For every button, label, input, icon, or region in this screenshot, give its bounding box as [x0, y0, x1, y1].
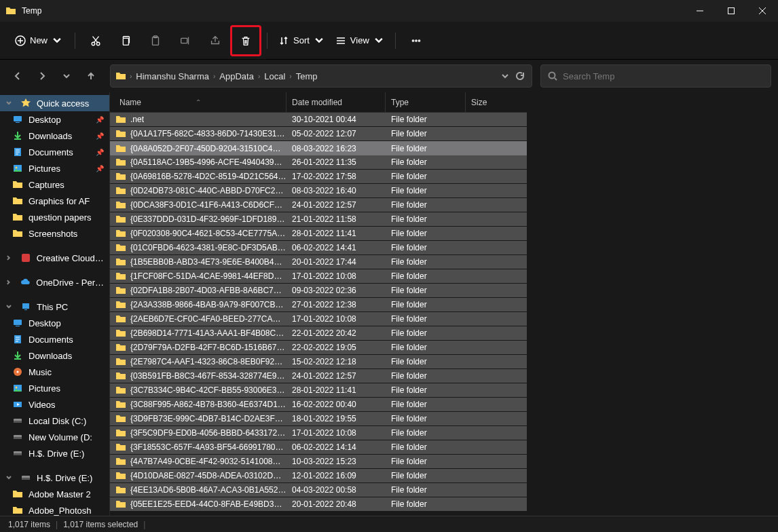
back-button[interactable] — [7, 65, 29, 87]
svg-rect-4 — [123, 38, 128, 45]
file-name: {01C0FBD6-4623-4381-9E8C-DF3D5ABF8... — [130, 243, 286, 252]
delete-button[interactable] — [234, 28, 258, 53]
file-name: {0DCA38F3-0D1C-41F6-A413-C6D6CFB4... — [130, 200, 286, 210]
sidebar-pc-3[interactable]: Music — [0, 364, 109, 380]
sidebar-pc-2[interactable]: Downloads — [0, 347, 109, 364]
close-button[interactable] — [747, 0, 778, 22]
sidebar-pc-7[interactable]: New Volume (D: — [0, 429, 109, 445]
paste-button[interactable] — [143, 28, 168, 53]
sidebar-pinned-1[interactable]: Downloads📌 — [0, 128, 109, 144]
file-row[interactable]: {3F18553C-657F-4A93-BF54-66991780AE6...0… — [110, 440, 527, 455]
crumb-3[interactable]: Temp — [292, 71, 322, 81]
svg-point-16 — [16, 167, 18, 169]
cut-button[interactable] — [84, 28, 108, 53]
sidebar-pc-4[interactable]: Pictures — [0, 380, 109, 396]
file-row[interactable]: {2E7987C4-AAF1-4323-86C8-8EB0F92F23...15… — [110, 355, 527, 369]
file-row[interactable]: {0DCA38F3-0D1C-41F6-A413-C6D6CFB4...24-0… — [110, 198, 527, 212]
sidebar-creative-cloud[interactable]: Creative Cloud Fil — [0, 250, 109, 266]
sidebar-folder-0[interactable]: Captures — [0, 176, 109, 193]
more-button[interactable] — [404, 28, 428, 53]
file-row[interactable]: {3C7B334C-9B4C-42CF-BB55-93006E3E9...28-… — [110, 383, 527, 398]
sort-button[interactable]: Sort — [273, 31, 330, 50]
forward-button[interactable] — [31, 65, 53, 87]
file-row[interactable]: .net30-10-2021 00:44File folder — [110, 113, 527, 127]
view-button[interactable]: View — [330, 31, 390, 50]
crumb-1[interactable]: AppData — [215, 71, 258, 81]
file-row[interactable]: {0A1A17F5-682C-4833-86D0-71430E31EF...05… — [110, 127, 527, 141]
file-name: {4A7B7A49-0CBE-4F42-9032-5141008D4D... — [130, 457, 286, 466]
file-row[interactable]: {2B698D14-7771-41A3-AAA1-BF4B08CA0...22-… — [110, 326, 527, 341]
col-size[interactable]: Size — [466, 92, 517, 112]
new-button[interactable]: New — [8, 31, 69, 50]
svg-rect-18 — [22, 303, 29, 309]
file-row[interactable]: {0D24DB73-081C-440C-ABBD-D70FC2371...08-… — [110, 184, 527, 198]
file-row[interactable]: {3C88F995-A862-4B78-B360-4E6374D143...16… — [110, 398, 527, 412]
sidebar-pc-1[interactable]: Documents — [0, 331, 109, 347]
sidebar-onedrive[interactable]: OneDrive - Person — [0, 274, 109, 290]
svg-rect-29 — [14, 421, 22, 423]
search-box[interactable] — [540, 64, 771, 88]
sidebar-this-pc[interactable]: This PC — [0, 299, 109, 315]
file-row[interactable]: {03B591FB-B8C3-467F-8534-328774E9BD...24… — [110, 369, 527, 383]
file-row[interactable]: {02DFA1B8-2B07-4D03-AFBB-8A6BC7C0...09-0… — [110, 284, 527, 298]
sidebar-folder-2[interactable]: question papers — [0, 209, 109, 225]
file-row[interactable]: {4EE13AD6-5B0B-46A7-ACA3-0B1A55237...04-… — [110, 483, 527, 497]
file-row[interactable]: {1B5EBB0B-ABD3-4E73-9E6E-B400B45B1...20-… — [110, 255, 527, 269]
col-date[interactable]: Date modified — [286, 92, 386, 112]
file-row[interactable]: {01C0FBD6-4623-4381-9E8C-DF3D5ABF8...06-… — [110, 241, 527, 255]
sidebar-quick-access[interactable]: Quick access — [0, 95, 109, 111]
file-row[interactable]: {0E337DDD-031D-4F32-969F-1DFD18996 4...2… — [110, 212, 527, 227]
chevron-down-icon[interactable] — [500, 71, 510, 81]
sidebar-pc-6[interactable]: Local Disk (C:) — [0, 413, 109, 429]
recent-button[interactable] — [56, 65, 77, 87]
sidebar-hs-1[interactable]: Adobe_Photosh — [0, 502, 109, 516]
file-list[interactable]: .net30-10-2021 00:44File folder{0A1A17F5… — [110, 113, 527, 516]
search-icon — [548, 71, 557, 81]
col-name[interactable]: Name⌃ — [110, 92, 286, 112]
file-name: {03B591FB-B8C3-467F-8534-328774E9BD... — [130, 371, 286, 381]
sidebar-pc-0[interactable]: Desktop — [0, 315, 109, 331]
sidebar-pinned-2[interactable]: Documents📌 — [0, 144, 109, 160]
file-date: 04-03-2022 00:58 — [286, 485, 386, 495]
file-row[interactable]: {05EE1E25-EED4-44C0-8FAB-E49BD39420...20… — [110, 497, 527, 512]
sidebar-hs-0[interactable]: Adobe Master 2 — [0, 486, 109, 502]
crumb-2[interactable]: Local — [260, 71, 289, 81]
file-row[interactable]: {0A8A052D-2F07-450D-9204-31510C4DA...08-… — [110, 141, 527, 155]
file-row[interactable]: {0F020308-90C4-4621-8C53-4CE7775A6A...28… — [110, 227, 527, 241]
sidebar-pinned-3[interactable]: Pictures📌 — [0, 160, 109, 176]
up-button[interactable] — [80, 65, 102, 87]
file-type: File folder — [386, 214, 466, 224]
file-row[interactable]: {4A7B7A49-0CBE-4F42-9032-5141008D4D...10… — [110, 455, 527, 469]
file-name: {2A3A338B-9866-4BAB-9A79-8F007CBD8... — [130, 300, 286, 309]
crumb-0[interactable]: Himanshu Sharma — [132, 71, 213, 81]
sidebar-pc-5[interactable]: Videos — [0, 396, 109, 413]
file-row[interactable]: {2AEB6D7E-CF0C-4FA0-BEED-277CAC5E3...17-… — [110, 312, 527, 326]
sidebar-pc-8[interactable]: H.$. Drive (E:) — [0, 445, 109, 461]
file-row[interactable]: {3D9FB73E-999C-4DB7-B14C-D2AE3FC7A...18-… — [110, 412, 527, 426]
share-button[interactable] — [203, 28, 227, 53]
copy-button[interactable] — [113, 28, 138, 53]
file-type: File folder — [386, 328, 466, 338]
file-row[interactable]: {1FCF08FC-51DA-4CAE-9981-44EF8DCA5...17-… — [110, 269, 527, 284]
file-date: 08-03-2022 16:23 — [286, 144, 386, 153]
sidebar-hsdrive[interactable]: H.$. Drive (E:) — [0, 470, 109, 486]
minimize-button[interactable] — [684, 0, 716, 22]
file-type: File folder — [386, 172, 466, 181]
file-row[interactable]: {0A5118AC-19B5-4996-ACFE-4940439D9...26-… — [110, 155, 527, 170]
search-input[interactable] — [563, 71, 764, 81]
file-row[interactable]: {3F5C9DF9-ED0B-4056-BBBD-64331725E5...17… — [110, 426, 527, 440]
file-row[interactable]: {0A69816B-5278-4D2C-8519-4D21C5646B...17… — [110, 170, 527, 184]
rename-button[interactable] — [173, 28, 198, 53]
sidebar-folder-1[interactable]: Graphics for AF — [0, 193, 109, 209]
sidebar-folder-3[interactable]: Screenshots — [0, 225, 109, 242]
delete-highlight — [230, 25, 261, 56]
file-row[interactable]: {4D10DA8E-0827-45D8-ADEA-03102DC2...12-0… — [110, 469, 527, 483]
refresh-icon[interactable] — [515, 71, 525, 81]
maximize-button[interactable] — [716, 0, 747, 22]
file-row[interactable]: {2A3A338B-9866-4BAB-9A79-8F007CBD8...27-… — [110, 298, 527, 312]
file-type: File folder — [386, 157, 466, 167]
sidebar-pinned-0[interactable]: Desktop📌 — [0, 111, 109, 128]
col-type[interactable]: Type — [386, 92, 466, 112]
address-bar[interactable]: › Himanshu Sharma› AppData› Local› Temp — [110, 64, 532, 88]
file-row[interactable]: {2D79F79A-D2FB-42F7-BC6D-1516B6710...22-… — [110, 341, 527, 355]
